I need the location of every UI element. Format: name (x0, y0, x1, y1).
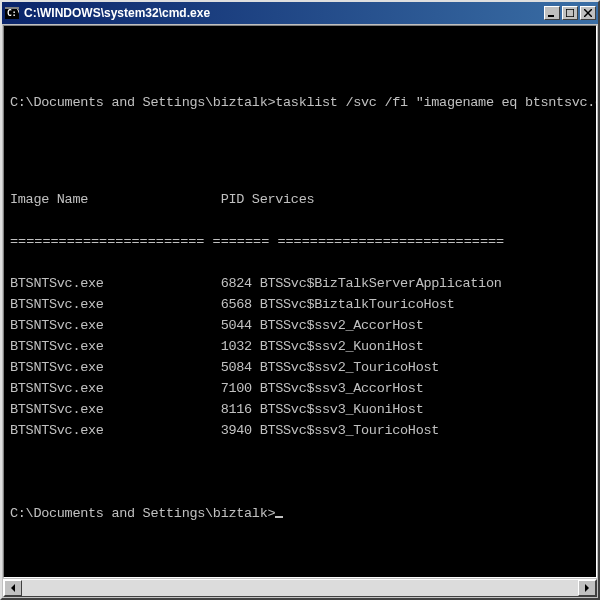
table-header: Image Name PID Services (10, 190, 590, 211)
table-row: BTSNTSvc.exe 1032 BTSSvc$ssv2_KuoniHost (10, 337, 590, 358)
table-row: BTSNTSvc.exe 5084 BTSSvc$ssv2_TouricoHos… (10, 358, 590, 379)
table-row: BTSNTSvc.exe 7100 BTSSvc$ssv3_AccorHost (10, 379, 590, 400)
table-row: BTSNTSvc.exe 5044 BTSSvc$ssv2_AccorHost (10, 316, 590, 337)
command-line: C:\Documents and Settings\biztalk>taskli… (10, 93, 590, 114)
minimize-button[interactable] (544, 6, 560, 20)
maximize-button[interactable] (562, 6, 578, 20)
table-row: BTSNTSvc.exe 3940 BTSSvc$ssv3_TouricoHos… (10, 421, 590, 442)
process-list: BTSNTSvc.exe 6824 BTSSvc$BizTalkServerAp… (10, 274, 590, 441)
table-row: BTSNTSvc.exe 6824 BTSSvc$BizTalkServerAp… (10, 274, 590, 295)
window-title: C:\WINDOWS\system32\cmd.exe (24, 6, 544, 20)
typed-command: tasklist /svc /fi "imagename eq btsntsvc… (275, 95, 597, 110)
close-button[interactable] (580, 6, 596, 20)
prompt-line: C:\Documents and Settings\biztalk> (10, 504, 590, 525)
svg-rect-4 (566, 9, 574, 17)
blank-line (10, 51, 590, 72)
blank-line (10, 462, 590, 483)
svg-rect-3 (548, 15, 554, 17)
table-row: BTSNTSvc.exe 8116 BTSSvc$ssv3_KuoniHost (10, 400, 590, 421)
console-output[interactable]: C:\Documents and Settings\biztalk>taskli… (3, 25, 597, 578)
svg-text:C:\: C:\ (7, 9, 19, 18)
cmd-icon: C:\ (4, 5, 20, 21)
scrollbar-track[interactable] (22, 580, 578, 596)
scroll-right-button[interactable] (578, 580, 596, 596)
scroll-left-button[interactable] (4, 580, 22, 596)
cmd-window: C:\ C:\WINDOWS\system32\cmd.exe C:\Docum… (0, 0, 600, 600)
svg-marker-8 (585, 584, 589, 592)
col-pid: PID (221, 192, 244, 207)
cursor (275, 516, 283, 518)
window-controls (544, 6, 596, 20)
col-services: Services (252, 192, 314, 207)
col-image-name: Image Name (10, 192, 88, 207)
svg-marker-7 (11, 584, 15, 592)
titlebar[interactable]: C:\ C:\WINDOWS\system32\cmd.exe (2, 2, 598, 24)
blank-line (10, 135, 590, 156)
horizontal-scrollbar[interactable] (3, 579, 597, 597)
prompt: C:\Documents and Settings\biztalk> (10, 95, 275, 110)
prompt: C:\Documents and Settings\biztalk> (10, 506, 275, 521)
table-row: BTSNTSvc.exe 6568 BTSSvc$BiztalkTouricoH… (10, 295, 590, 316)
separator-line: ======================== ======= =======… (10, 232, 590, 253)
